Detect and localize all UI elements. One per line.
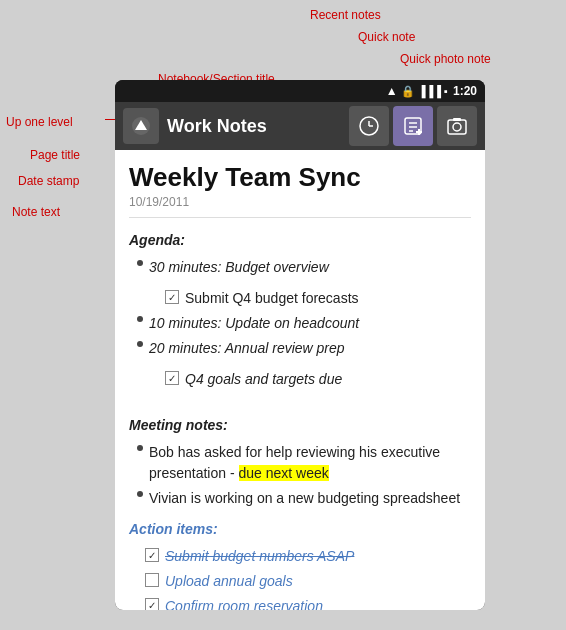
- note-text-annotation: Note text: [12, 205, 60, 219]
- bullet-dot-3: [137, 341, 143, 347]
- recent-notes-button[interactable]: [349, 106, 389, 146]
- bullet-dot-5: [137, 491, 143, 497]
- status-bar: ▲ 🔒 ▐▐▐ ▪ 1:20: [115, 80, 485, 102]
- svg-point-12: [453, 123, 461, 131]
- checkbox-1[interactable]: ✓: [165, 290, 179, 304]
- action-item-1[interactable]: ✓ Submit budget numbers ASAP: [129, 546, 471, 567]
- agenda-bullet-list: 30 minutes: Budget overview: [129, 257, 471, 278]
- action-label-1: Submit budget numbers ASAP: [165, 546, 354, 567]
- phone-frame: ▲ 🔒 ▐▐▐ ▪ 1:20 Work Notes: [115, 80, 485, 610]
- highlighted-text: due next week: [239, 465, 329, 481]
- agenda-bullet-list-2: 10 minutes: Update on headcount 20 minut…: [129, 313, 471, 359]
- battery-icon: ▪: [444, 85, 448, 97]
- svg-rect-13: [453, 118, 461, 121]
- action-header: Action items:: [129, 519, 471, 540]
- note-date: 10/19/2011: [129, 195, 471, 218]
- checkbox-label-1: Submit Q4 budget forecasts: [185, 288, 359, 309]
- bullet-dot-4: [137, 445, 143, 451]
- meeting-item-1: Bob has asked for help reviewing his exe…: [137, 442, 471, 484]
- checkbox-item-2[interactable]: ✓ Q4 goals and targets due: [129, 369, 471, 390]
- wifi-icon: ▲: [386, 84, 398, 98]
- action-label-3: Confirm room reservation: [165, 596, 323, 610]
- action-item-3[interactable]: ✓ Confirm room reservation: [129, 596, 471, 610]
- back-button[interactable]: [123, 108, 159, 144]
- bullet-text-3: 20 minutes: Annual review prep: [149, 338, 345, 359]
- clock-time: 1:20: [453, 84, 477, 98]
- action-item-2[interactable]: Upload annual goals: [129, 571, 471, 592]
- action-checkbox-3[interactable]: ✓: [145, 598, 159, 610]
- toolbar-title: Work Notes: [167, 116, 341, 137]
- quick-photo-note-annotation: Quick photo note: [400, 52, 491, 66]
- meeting-text-2: Vivian is working on a new budgeting spr…: [149, 488, 460, 509]
- status-icons: ▲ 🔒 ▐▐▐ ▪ 1:20: [386, 84, 477, 98]
- meeting-header: Meeting notes:: [129, 415, 471, 436]
- quick-photo-note-button[interactable]: [437, 106, 477, 146]
- note-content-area[interactable]: Weekly Team Sync 10/19/2011 Agenda: 30 m…: [115, 150, 485, 610]
- toolbar-actions: [349, 106, 477, 146]
- bullet-text-2: 10 minutes: Update on headcount: [149, 313, 359, 334]
- action-checkbox-2[interactable]: [145, 573, 159, 587]
- checkbox-item-1[interactable]: ✓ Submit Q4 budget forecasts: [129, 288, 471, 309]
- date-stamp-annotation: Date stamp: [18, 174, 79, 188]
- quick-note-annotation: Quick note: [358, 30, 415, 44]
- bullet-text-1: 30 minutes: Budget overview: [149, 257, 329, 278]
- meeting-item-2: Vivian is working on a new budgeting spr…: [137, 488, 471, 509]
- checkbox-label-2: Q4 goals and targets due: [185, 371, 342, 387]
- note-body: Agenda: 30 minutes: Budget overview ✓ Su…: [129, 230, 471, 610]
- bullet-item-2: 10 minutes: Update on headcount: [137, 313, 471, 334]
- bullet-item-3: 20 minutes: Annual review prep: [137, 338, 471, 359]
- svg-rect-11: [448, 120, 466, 134]
- action-checkbox-1[interactable]: ✓: [145, 548, 159, 562]
- page-title-annotation: Page title: [30, 148, 80, 162]
- app-toolbar: Work Notes: [115, 102, 485, 150]
- action-label-2: Upload annual goals: [165, 571, 293, 592]
- meeting-bullet-list: Bob has asked for help reviewing his exe…: [129, 442, 471, 509]
- bullet-dot-2: [137, 316, 143, 322]
- agenda-header: Agenda:: [129, 230, 471, 251]
- signal-icon: ▐▐▐: [418, 85, 441, 97]
- bullet-dot-1: [137, 260, 143, 266]
- checkbox-2[interactable]: ✓: [165, 371, 179, 385]
- note-title: Weekly Team Sync: [129, 162, 471, 193]
- recent-notes-annotation: Recent notes: [310, 8, 381, 22]
- meeting-text-1: Bob has asked for help reviewing his exe…: [149, 442, 471, 484]
- quick-note-button[interactable]: [393, 106, 433, 146]
- lock-icon: 🔒: [401, 85, 415, 98]
- up-one-level-annotation: Up one level: [6, 115, 73, 129]
- bullet-item-1: 30 minutes: Budget overview: [137, 257, 471, 278]
